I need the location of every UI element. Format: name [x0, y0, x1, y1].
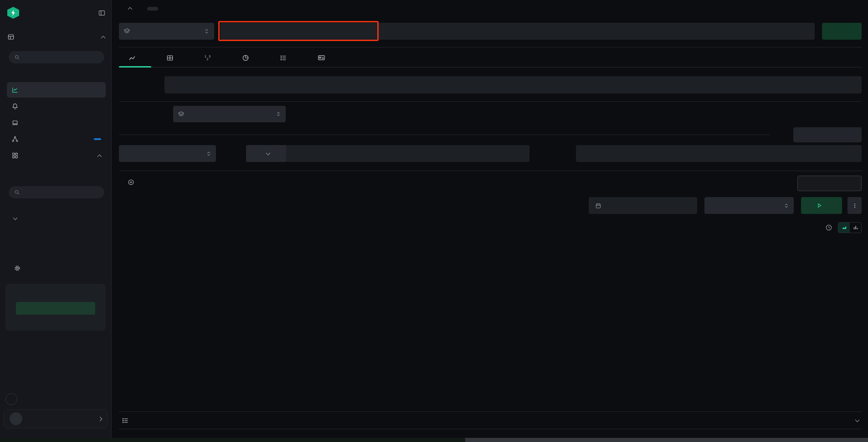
divider: [119, 101, 862, 102]
window-bottom-strip: [0, 438, 868, 442]
user-card[interactable]: [4, 409, 108, 428]
bar-chart-toggle[interactable]: [850, 223, 861, 233]
svg-text:1: 1: [205, 55, 206, 58]
ai-prompt-input[interactable]: [220, 23, 815, 40]
play-icon: [817, 203, 822, 208]
select-updown-icon: [784, 203, 789, 208]
chart-type-tabs: 123: [119, 48, 862, 68]
chevron-up-icon[interactable]: [98, 154, 102, 159]
add-series-button[interactable]: [128, 179, 139, 186]
window-bottom-strip-segment: [465, 438, 868, 442]
sidebar-item-alerts[interactable]: [7, 99, 106, 114]
granularity-select[interactable]: [704, 197, 794, 214]
sidebar-item-service-map[interactable]: [7, 131, 106, 147]
ai-assistant-header[interactable]: [128, 6, 158, 11]
markdown-icon: [318, 54, 325, 62]
magnifier-icon: [14, 189, 20, 195]
svg-text:3: 3: [209, 55, 211, 58]
sidebar-nav: [7, 82, 106, 164]
line-chart: [112, 237, 868, 395]
svg-text:2: 2: [206, 57, 208, 61]
chevron-up-icon[interactable]: [101, 36, 106, 40]
divider: [119, 47, 862, 47]
chart-mini-toolbar: [825, 222, 862, 233]
app-root: 123: [0, 0, 868, 442]
display-settings-button[interactable]: [797, 176, 862, 191]
chevron-down-icon: [855, 417, 860, 422]
data-source-select[interactable]: [173, 106, 286, 122]
lightning-bolt-icon: [10, 9, 17, 16]
gear-icon: [14, 265, 21, 272]
sidebar: [0, 0, 112, 442]
area-chart-icon: [841, 224, 847, 231]
divider: [119, 171, 862, 171]
logo-row: [7, 5, 106, 20]
tab-table[interactable]: [166, 48, 178, 67]
calendar-icon: [595, 203, 601, 209]
chevron-up-icon: [128, 7, 133, 12]
chart-type-toggle: [838, 222, 862, 233]
more-options-button[interactable]: [847, 197, 862, 214]
tab-line-bar[interactable]: [128, 48, 140, 67]
tab-search[interactable]: [280, 48, 292, 67]
line-chart-icon: [128, 54, 136, 62]
help-button[interactable]: [5, 393, 17, 405]
divider: [119, 135, 770, 135]
presets-header[interactable]: [14, 216, 21, 221]
saved-dashboards-input[interactable]: [9, 186, 104, 198]
hyperdx-logo-icon[interactable]: [7, 7, 19, 19]
time-range-picker[interactable]: [589, 197, 697, 214]
layers-icon: [123, 28, 130, 35]
pie-chart-icon: [242, 54, 249, 62]
select-updown-icon: [206, 151, 211, 156]
aggregation-select[interactable]: [119, 145, 216, 162]
chevron-right-icon: [98, 416, 103, 421]
avatar: [10, 412, 22, 425]
magnifier-icon: [14, 54, 20, 60]
list-icon: [280, 54, 287, 62]
sidebar-item-client-sessions[interactable]: [7, 115, 106, 130]
plus-circle-icon: [128, 179, 134, 186]
experimental-badge: [147, 7, 158, 10]
main-content: 123: [112, 0, 868, 442]
number-123-icon: 123: [204, 54, 211, 62]
layers-icon: [178, 111, 185, 118]
chevron-down-icon: [13, 216, 18, 220]
bar-chart-icon: [853, 224, 859, 231]
tab-number[interactable]: 123: [204, 48, 216, 67]
sidebar-item-search[interactable]: [7, 32, 105, 42]
collapse-sidebar-icon[interactable]: [98, 9, 106, 17]
area-chart-toggle[interactable]: [838, 223, 850, 233]
chart-explorer-icon: [11, 86, 19, 94]
chart-name-input[interactable]: [164, 76, 862, 94]
where-expression-input[interactable]: [286, 145, 529, 162]
laptop-icon: [11, 119, 19, 126]
beta-badge: [94, 138, 101, 140]
sample-matched-events-panel[interactable]: [119, 411, 862, 429]
group-by-input[interactable]: [576, 145, 862, 162]
bell-icon: [11, 103, 19, 110]
tab-markdown[interactable]: [318, 48, 330, 67]
select-updown-icon: [204, 28, 210, 34]
run-button[interactable]: [801, 197, 842, 214]
get-started-button[interactable]: [16, 302, 95, 315]
alias-input[interactable]: [793, 127, 862, 142]
table-icon: [166, 54, 174, 62]
service-map-icon: [11, 135, 19, 143]
tab-pie[interactable]: [242, 48, 254, 67]
sidebar-item-dashboards[interactable]: [7, 148, 106, 163]
clock-icon[interactable]: [825, 224, 832, 231]
cloud-promo-text: [10, 289, 101, 298]
list-icon: [122, 417, 129, 424]
sidebar-item-team-settings[interactable]: [14, 265, 26, 272]
saved-searches-input[interactable]: [9, 51, 104, 63]
kebab-menu-icon: [852, 203, 858, 209]
chevron-down-icon: [266, 151, 271, 155]
select-updown-icon: [276, 111, 281, 117]
search-window-icon: [7, 33, 15, 41]
ai-source-select[interactable]: [119, 23, 214, 40]
sql-language-select[interactable]: [246, 145, 286, 162]
dashboards-grid-icon: [11, 152, 19, 159]
sidebar-item-chart-explorer[interactable]: [7, 82, 106, 98]
generate-button[interactable]: [822, 23, 862, 40]
